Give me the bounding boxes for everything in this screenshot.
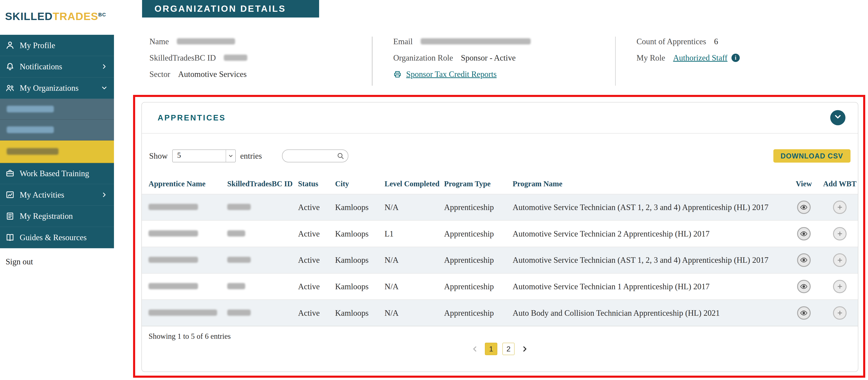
logo-text-bc: BC	[98, 11, 106, 17]
view-button[interactable]	[797, 280, 811, 293]
email-label: Email	[393, 37, 412, 46]
plus-icon	[836, 283, 844, 290]
view-button[interactable]	[797, 227, 811, 241]
count-of-apprentices-label: Count of Apprentices	[637, 37, 706, 46]
redacted-email-value	[421, 38, 531, 45]
show-entries-select[interactable]: 5	[172, 149, 236, 163]
view-button[interactable]	[797, 201, 811, 214]
collapse-panel-button[interactable]	[830, 110, 845, 125]
redacted-organization-name	[7, 126, 54, 133]
chevron-right-icon	[101, 63, 108, 70]
program-type-cell: Apprenticeship	[444, 255, 513, 265]
level-completed-cell: L1	[384, 229, 444, 239]
program-name-cell: Automotive Service Technician 2 Apprenti…	[513, 229, 786, 239]
redacted-apprentice-name	[149, 204, 198, 210]
count-of-apprentices-value: 6	[714, 37, 718, 46]
add-wbt-button[interactable]	[833, 201, 846, 214]
skilledtradesbc-id-label: SkilledTradesBC ID	[149, 53, 216, 63]
sidebar-item-label: Notifications	[20, 62, 62, 71]
entries-summary: Showing 1 to 5 of 6 entries	[149, 332, 851, 341]
program-type-cell: Apprenticeship	[444, 308, 513, 318]
eye-icon	[800, 309, 808, 317]
table-controls: Show 5 entries DOWNLOAD CSV	[149, 149, 850, 163]
column-header-view: View	[786, 180, 822, 188]
skilledtradesbc-logo[interactable]: SKILLEDTRADESBC	[0, 0, 114, 35]
organization-details-summary: Name SkilledTradesBC ID Sector Automotiv…	[149, 37, 868, 86]
sponsor-tax-credit-reports-link[interactable]: Sponsor Tax Credit Reports	[406, 69, 497, 79]
table-row: Active Kamloops N/A Apprenticeship Auto …	[142, 299, 858, 326]
add-wbt-button[interactable]	[833, 306, 846, 320]
column-header-city: City	[335, 180, 384, 188]
table-row: Active Kamloops N/A Apprenticeship Autom…	[142, 247, 858, 273]
table-row: Active Kamloops N/A Apprenticeship Autom…	[142, 273, 858, 300]
status-cell: Active	[298, 202, 335, 212]
chevron-right-icon	[101, 191, 108, 199]
table-header-row: Apprentice Name SkilledTradesBC ID Statu…	[142, 176, 858, 194]
level-completed-cell: N/A	[384, 255, 444, 265]
logo-text-trades: TRADES	[53, 10, 98, 22]
sidebar-item-label: My Organizations	[20, 83, 79, 93]
download-csv-button[interactable]: DOWNLOAD CSV	[773, 149, 850, 163]
redacted-apprentice-id	[227, 283, 245, 289]
info-icon[interactable]: i	[732, 54, 740, 62]
program-type-cell: Apprenticeship	[444, 282, 513, 291]
column-header-program-type: Program Type	[444, 180, 513, 188]
sign-out-link[interactable]: Sign out	[0, 248, 114, 275]
redacted-organization-name	[7, 106, 54, 112]
add-wbt-button[interactable]	[833, 253, 846, 267]
plus-icon	[836, 230, 844, 237]
view-button[interactable]	[797, 253, 811, 267]
sidebar-org-subitem-1[interactable]	[0, 99, 114, 119]
guides-icon	[5, 233, 14, 242]
redacted-organization-name-value	[177, 38, 235, 45]
pagination-previous-icon[interactable]	[471, 345, 480, 353]
apprentices-panel: APPRENTICES Show 5 entries	[142, 102, 858, 372]
sidebar-item-work-based-training[interactable]: Work Based Training	[0, 163, 114, 184]
sidebar-item-label: Work Based Training	[20, 169, 89, 178]
column-header-add-wbt: Add WBT	[822, 180, 858, 188]
add-wbt-button[interactable]	[833, 227, 846, 241]
sidebar-org-subitem-2[interactable]	[0, 120, 114, 141]
column-header-apprentice-name: Apprentice Name	[142, 180, 227, 188]
chevron-down-icon	[101, 84, 108, 92]
sidebar-org-subitem-selected[interactable]	[0, 141, 114, 163]
level-completed-cell: N/A	[384, 282, 444, 291]
table-search-box	[282, 149, 348, 163]
apprentices-title: APPRENTICES	[157, 113, 226, 122]
my-role-label: My Role	[637, 53, 665, 63]
sidebar-item-label: My Profile	[20, 40, 55, 50]
eye-icon	[800, 256, 808, 264]
sidebar-item-my-activities[interactable]: My Activities	[0, 184, 114, 206]
column-header-program-name: Program Name	[513, 180, 786, 188]
view-button[interactable]	[797, 306, 811, 320]
redacted-id-value	[224, 55, 247, 61]
column-header-status: Status	[298, 180, 335, 188]
redacted-apprentice-name	[149, 283, 198, 289]
pagination-next-icon[interactable]	[520, 345, 529, 353]
select-chevron-icon	[226, 150, 235, 162]
registration-icon	[5, 212, 14, 221]
person-icon	[5, 41, 14, 50]
sidebar-item-guides-resources[interactable]: Guides & Resources	[0, 227, 114, 249]
level-completed-cell: N/A	[384, 308, 444, 318]
table-search-input[interactable]	[288, 152, 337, 160]
details-column-1: Name SkilledTradesBC ID Sector Automotiv…	[149, 37, 372, 86]
sidebar-item-my-registration[interactable]: My Registration	[0, 206, 114, 227]
program-name-cell: Automotive Service Technician (AST 1, 2,…	[513, 255, 786, 265]
authorized-staff-link[interactable]: Authorized Staff	[673, 53, 727, 63]
sector-label: Sector	[149, 69, 170, 79]
sidebar-item-notifications[interactable]: Notifications	[0, 56, 114, 78]
redacted-apprentice-id	[227, 310, 251, 316]
status-cell: Active	[298, 255, 335, 265]
name-label: Name	[149, 37, 169, 46]
city-cell: Kamloops	[335, 282, 384, 291]
sidebar-item-my-profile[interactable]: My Profile	[0, 35, 114, 56]
add-wbt-button[interactable]	[833, 280, 846, 293]
sidebar-item-my-organizations[interactable]: My Organizations	[0, 78, 114, 99]
table-row: Active Kamloops L1 Apprenticeship Automo…	[142, 220, 858, 247]
status-cell: Active	[298, 229, 335, 239]
program-name-cell: Auto Body and Collision Technician Appre…	[513, 308, 786, 318]
pagination-page-2[interactable]: 2	[502, 343, 515, 355]
pagination-page-1[interactable]: 1	[485, 343, 497, 355]
status-cell: Active	[298, 308, 335, 318]
